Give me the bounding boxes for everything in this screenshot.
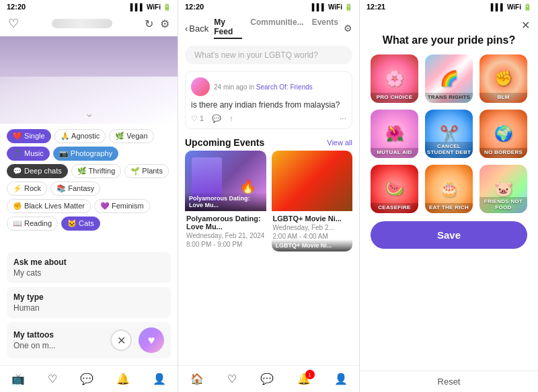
signal-icon-2: ▌▌▌	[312, 3, 326, 11]
bell-nav-container: 🔔	[116, 373, 130, 385]
tag-plants[interactable]: 🌱 Plants	[124, 164, 169, 178]
info-section: Ask me about My cats My type Human My ta…	[0, 249, 178, 365]
eattherich-emoji: 🎂	[440, 180, 458, 198]
events-title: Upcoming Events	[185, 137, 264, 148]
tab-communities[interactable]: Communitie...	[250, 17, 303, 39]
share-action[interactable]: ↑	[229, 114, 233, 122]
feed-search[interactable]: What's new in your LGBTQ world?	[185, 46, 352, 65]
refresh-icon[interactable]: ↻	[145, 17, 153, 30]
status-bar-3: 12:21 ▌▌▌ WiFi 🔋	[360, 0, 538, 13]
event-card-2[interactable]: LGBTQ+ Movie Ni... LGBTQ+ Movie Ni... We…	[272, 151, 353, 251]
close-button[interactable]: ✕	[521, 19, 530, 32]
event-image-1: 🔥 Polyamorous Dating: Love Mu...	[185, 151, 266, 211]
feed-tabs: My Feed Communitie... Events	[214, 17, 338, 39]
transrights-emoji: 🌈	[440, 70, 458, 87]
event-card-1[interactable]: 🔥 Polyamorous Dating: Love Mu... Polyamo…	[185, 151, 266, 251]
event-date-2: Wednesday, Feb 2...	[273, 224, 352, 231]
tv-nav-icon[interactable]: 📺	[11, 373, 25, 385]
back-button[interactable]: ‹ Back	[185, 24, 208, 34]
view-all-button[interactable]: View all	[327, 139, 352, 147]
favorite-icon[interactable]: ♡	[8, 16, 19, 31]
tags-row-6: 📖 Reading 🐱 Cats	[7, 217, 171, 231]
pin-noborders[interactable]: 🌍 NO BORDERS	[479, 110, 527, 158]
pin-ceasefire[interactable]: 🍉 CEASEFIRE	[371, 165, 418, 213]
username-display[interactable]	[52, 19, 112, 28]
status-icons-2: ▌▌▌ WiFi 🔋	[312, 3, 352, 11]
tab-my-feed[interactable]: My Feed	[214, 17, 242, 39]
reset-button[interactable]: Reset	[438, 377, 461, 387]
bell-nav-container-2: 🔔 1	[297, 373, 311, 385]
ask-me-about-block: Ask me about My cats	[7, 252, 171, 283]
post-community[interactable]: Search Of: Friends	[256, 83, 313, 91]
save-button[interactable]: Save	[371, 221, 527, 249]
friendsnotfood-label: FRIENDS NOT FOOD	[479, 197, 527, 213]
status-bar-2: 12:20 ▌▌▌ WiFi 🔋	[178, 0, 359, 13]
time-2: 12:20	[185, 3, 204, 11]
profile-nav-icon-2[interactable]: 👤	[334, 373, 348, 385]
dismiss-button[interactable]: ✕	[110, 329, 132, 351]
feed-filter-icon[interactable]: ⚙	[344, 23, 352, 34]
filter-icon[interactable]: ⚙	[160, 17, 169, 30]
time-3: 12:21	[367, 3, 385, 11]
tag-agnostic[interactable]: 🙏 Agnostic	[54, 129, 106, 143]
like-button[interactable]: ♥	[139, 327, 164, 353]
tag-blm[interactable]: ✊ Black Lives Matter	[7, 199, 91, 213]
noborders-label: NO BORDERS	[479, 148, 527, 158]
my-tattoos-value: One on m...	[13, 341, 56, 350]
tag-thrifting[interactable]: 🌿 Thrifting	[71, 164, 122, 178]
notification-badge: 1	[305, 370, 315, 379]
tag-fantasy[interactable]: 📚 Fantasy	[50, 182, 100, 196]
comment-action[interactable]: 💬	[212, 114, 221, 123]
my-tattoos-block: My tattoos One on m... ✕ ♥	[7, 322, 171, 358]
post-more-icon[interactable]: ···	[340, 114, 346, 123]
event-info-2: LGBTQ+ Movie Ni... Wednesday, Feb 2... 2…	[272, 211, 353, 243]
pin-blm[interactable]: ✊ BLM	[479, 54, 527, 103]
post-header: 24 min ago in Search Of: Friends	[191, 77, 346, 96]
tab-events[interactable]: Events	[312, 17, 338, 39]
back-label: Back	[189, 24, 208, 34]
tag-rock[interactable]: ⚡ Rock	[7, 182, 47, 196]
ask-me-about-value: My cats	[13, 268, 164, 278]
my-tattoos-label: My tattoos	[13, 330, 56, 340]
profile-image: ⌄	[0, 36, 178, 124]
tag-photography[interactable]: 📷 Photography	[53, 147, 118, 161]
profile-nav-icon[interactable]: 👤	[153, 373, 166, 385]
pride-pins-header: ✕	[360, 13, 538, 34]
pin-prochoice[interactable]: 🌸 PRO CHOICE	[371, 54, 418, 103]
pin-friendsnotfood[interactable]: 🐷 FRIENDS NOT FOOD	[479, 165, 527, 213]
tag-reading[interactable]: 📖 Reading	[7, 217, 58, 231]
tag-vegan[interactable]: 🌿 Vegan	[109, 129, 153, 143]
heart-nav-icon-2[interactable]: ♡	[227, 373, 237, 385]
tag-deep-chats[interactable]: 💬 Deep chats	[7, 164, 68, 178]
chevron-down-icon[interactable]: ⌄	[85, 107, 93, 120]
pin-eattherich[interactable]: 🎂 EAT THE RICH	[425, 165, 473, 213]
home-nav-icon[interactable]: 🏠	[190, 373, 204, 385]
profile-header: ♡ ↻ ⚙	[0, 13, 178, 36]
friendsnotfood-emoji: 🐷	[494, 180, 512, 198]
events-section-header: Upcoming Events View all	[178, 133, 359, 151]
noborders-emoji: 🌍	[494, 125, 512, 143]
bottom-nav-1: 📺 ♡ 💬 🔔 👤	[0, 365, 178, 392]
pride-pins-footer: Reset	[360, 370, 538, 392]
time-1: 12:20	[7, 3, 26, 11]
status-icons-1: ▌▌▌ WiFi 🔋	[130, 3, 171, 11]
chat-nav-icon-2[interactable]: 💬	[260, 373, 274, 385]
tag-music[interactable]: 🎵 Music	[7, 147, 50, 161]
pride-pins-grid: 🌸 PRO CHOICE 🌈 TRANS RIGHTS ✊ BLM 🌺 MUTU…	[360, 54, 538, 221]
pin-canceldebt[interactable]: ✂️ CANCEL STUDENT DEBT	[425, 110, 473, 158]
like-action[interactable]: ♡ 1	[191, 114, 204, 123]
heart-nav-icon[interactable]: ♡	[48, 373, 57, 385]
tag-cats[interactable]: 🐱 Cats	[61, 217, 100, 231]
event-overlay-2: LGBTQ+ Movie Ni...	[272, 239, 353, 251]
pin-transrights[interactable]: 🌈 TRANS RIGHTS	[425, 54, 473, 103]
wifi-icon-3: WiFi	[507, 3, 521, 11]
profile-photo: ⌄	[0, 36, 178, 124]
signal-icon-3: ▌▌▌	[491, 3, 505, 11]
tag-single[interactable]: ❤️ Single	[7, 129, 51, 143]
tags-row-2: 🎵 Music 📷 Photography	[7, 147, 171, 161]
bell-nav-icon[interactable]: 🔔	[116, 373, 130, 385]
tag-feminism[interactable]: 💜 Feminism	[94, 199, 150, 213]
event-overlay-1: Polyamorous Dating: Love Mu...	[185, 192, 266, 211]
pin-mutualaid[interactable]: 🌺 MUTUAL AID	[371, 110, 418, 158]
chat-nav-icon[interactable]: 💬	[80, 373, 93, 385]
